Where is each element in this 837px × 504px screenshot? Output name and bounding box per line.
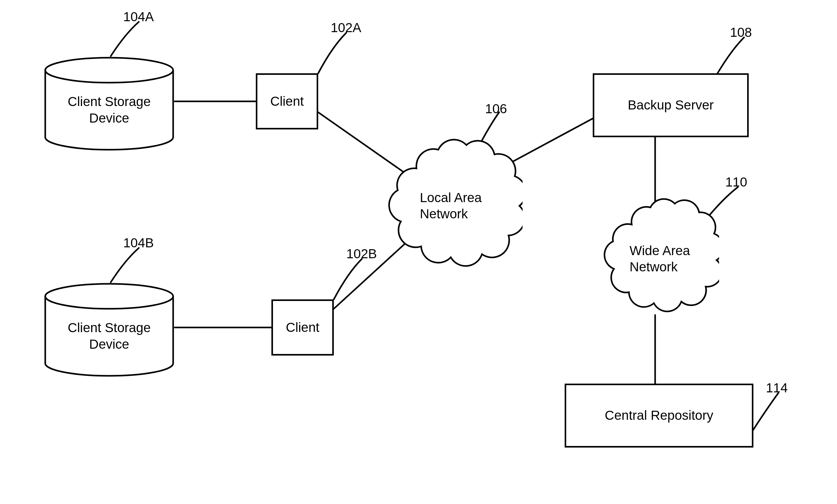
ref-110: 110 [725,175,747,190]
client-a-label: Client [270,93,304,110]
client-storage-device-b-label: Client Storage Device [44,320,175,353]
ref-106: 106 [485,101,507,116]
ref-114: 114 [766,380,788,395]
local-area-network-label: Local Area Network [420,190,482,222]
wide-area-network-cloud: Wide Area Network [601,197,719,321]
client-storage-device-a: Client Storage Device [44,56,175,151]
client-b-label: Client [286,319,319,336]
central-repository: Central Repository [565,384,753,448]
ref-102a: 102A [331,20,361,35]
local-area-network-cloud: Local Area Network [379,137,522,274]
wide-area-network-label: Wide Area Network [629,242,690,275]
central-repository-label: Central Repository [605,407,713,424]
ref-102b: 102B [346,246,377,262]
client-a: Client [256,73,318,129]
backup-server: Backup Server [593,73,749,137]
client-storage-device-a-label: Client Storage Device [44,93,175,126]
ref-104b: 104B [123,235,154,250]
ref-104a: 104A [123,10,154,24]
ref-108: 108 [730,25,752,40]
client-storage-device-b: Client Storage Device [44,282,175,377]
svg-point-7 [45,58,173,83]
diagram-canvas: Client Storage Device 104A Client Storag… [0,0,837,504]
client-b: Client [271,300,334,356]
svg-point-8 [45,284,173,309]
backup-server-label: Backup Server [628,97,713,113]
svg-line-4 [512,119,593,162]
